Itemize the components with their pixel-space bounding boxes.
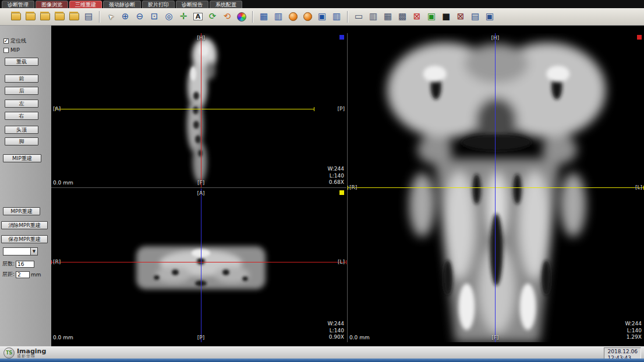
remove-screen-icon[interactable]: ⊠	[454, 10, 467, 23]
app-logo: TS	[3, 347, 15, 359]
sagittal-plane-line[interactable]	[201, 189, 201, 342]
slice-gap-unit: mm	[31, 272, 41, 278]
annotation-text-icon[interactable]: A	[192, 10, 204, 23]
orientation-label-left: [A]	[53, 106, 61, 112]
statusbar-accent-strip	[0, 359, 644, 362]
view-back-button[interactable]: 后	[5, 87, 38, 95]
brand-name: Imaging	[17, 348, 46, 354]
reload-button[interactable]: 重载	[5, 58, 38, 66]
view-foot-button[interactable]: 脚	[5, 137, 38, 145]
export-folder-icon[interactable]	[68, 10, 80, 23]
vr-sphere-icon[interactable]	[301, 10, 314, 23]
zoom-out-tool-icon[interactable]: ⊖	[133, 10, 146, 23]
position-readout: 0.0 mm	[53, 180, 73, 186]
color-wheel-icon[interactable]	[235, 10, 248, 23]
open-local-folder-icon[interactable]	[24, 10, 37, 23]
view-head-button[interactable]: 头顶	[5, 126, 38, 134]
grid-layout-icon[interactable]: ▥	[272, 10, 285, 23]
mip-sphere-icon[interactable]	[286, 10, 299, 23]
view-front-button[interactable]: 前	[5, 74, 38, 83]
view-left-button[interactable]: 左	[5, 100, 38, 108]
toolbar-separator	[99, 11, 100, 23]
axial-plane-line[interactable]	[55, 109, 314, 109]
pan-tool-icon[interactable]: ✛	[177, 10, 190, 23]
magnifier-tool-icon[interactable]: ◎	[162, 10, 175, 23]
localizer-checkbox[interactable]: ✓	[3, 38, 9, 44]
orientation-label-right: [P]	[338, 106, 345, 112]
toolbar-separator	[347, 11, 348, 23]
zoom-in-tool-icon[interactable]: ⊕	[119, 10, 132, 23]
pointer-tool-icon[interactable]: ➤	[104, 10, 117, 23]
localizer-checkbox-row[interactable]: ✓ 定位线	[3, 37, 26, 45]
tab-diagnosis-management[interactable]: 诊断管理	[2, 1, 34, 8]
blank-screen-icon[interactable]: ■	[440, 10, 452, 23]
window-level-readout: W:244 L:140 0.90X	[327, 321, 344, 340]
orientation-label-left: [R]	[349, 184, 357, 190]
tab-diagnosis-report[interactable]: 诊断报告	[176, 1, 208, 8]
view-right-button[interactable]: 右	[5, 112, 38, 120]
orientation-label-bottom: [F]	[197, 180, 204, 186]
orientation-label-top: [H]	[197, 35, 205, 41]
layout-2x2-icon[interactable]: ▦	[381, 10, 394, 23]
slice-gap-label: 层距:	[2, 271, 15, 278]
window-level-readout: W:244 L:140 1.29X	[625, 321, 642, 340]
viewport-color-marker	[636, 34, 642, 40]
mip-rebuild-button[interactable]: MIP重建	[3, 154, 41, 162]
tab-film-print[interactable]: 胶片打印	[142, 1, 175, 8]
clear-mpr-button[interactable]: 消除MPR重建	[1, 221, 48, 229]
slice-count-input[interactable]	[16, 261, 34, 268]
viewport-color-marker	[339, 34, 345, 40]
tab-carotid-diagnosis[interactable]: 颈动脉诊断	[103, 1, 141, 8]
viewport-sagittal[interactable]: [H] [A] [P] [F] W:244 L:140 0.68X 0.0 mm	[51, 33, 346, 188]
open-study-folder-icon[interactable]	[9, 10, 22, 23]
mpr-series-select[interactable]: ▼	[3, 247, 38, 255]
mri-axial-image	[51, 189, 346, 342]
save-image-folder-icon[interactable]	[38, 10, 51, 23]
slice-gap-input[interactable]	[16, 271, 30, 278]
tab-3d-reconstruction[interactable]: 三维重建	[69, 1, 102, 8]
tab-image-browse[interactable]: 图像浏览	[36, 1, 68, 8]
import-folder-icon[interactable]	[53, 10, 66, 23]
mip-checkbox-row[interactable]: MIP	[3, 47, 20, 53]
sagittal-plane-line[interactable]	[495, 33, 496, 342]
close-image-icon[interactable]: ⊠	[411, 10, 423, 23]
fullscreen-green-icon[interactable]: ▣	[425, 10, 438, 23]
monitor-icon[interactable]: ▣	[483, 10, 496, 23]
localizer-label: 定位线	[10, 37, 26, 45]
control-sidebar: ✓ 定位线 MIP 重载 前 后 左 右 头顶 脚 MIP重建 MPR重建 消除…	[0, 26, 51, 346]
brand-subtitle: 通影华维	[17, 354, 46, 359]
toolbar: ▤➤⊕⊖⊡◎✛A⟳⟲▦▥▣▥▭▥▦▩⊠▣■⊠▤▣	[0, 8, 644, 26]
axial-plane-line[interactable]	[348, 187, 644, 188]
mip-checkbox[interactable]	[3, 48, 9, 53]
tab-system-config[interactable]: 系统配置	[210, 1, 242, 8]
refresh-tool-icon[interactable]: ⟳	[206, 10, 219, 23]
film-strip-icon[interactable]: ▤	[469, 10, 482, 23]
layout-3x3-icon[interactable]: ▩	[396, 10, 409, 23]
viewport-axial[interactable]: [A] [R] [L] [P] W:244 L:140 0.90X 0.0 mm	[51, 189, 346, 342]
chevron-down-icon[interactable]: ▼	[30, 248, 37, 255]
rotate-tool-icon[interactable]: ⟲	[221, 10, 233, 23]
mri-sagittal-image	[51, 33, 346, 187]
coronal-plane-line[interactable]	[51, 262, 346, 262]
brand-block: TS Imaging 通影华维	[3, 347, 46, 359]
layout-1x1-icon[interactable]: ▭	[352, 10, 365, 23]
save-mpr-button[interactable]: 保存MPR重建	[1, 235, 48, 243]
zoom-region-tool-icon[interactable]: ⊡	[148, 10, 161, 23]
toolbar-separator	[252, 11, 253, 23]
mpr-rebuild-button[interactable]: MPR重建	[3, 207, 40, 215]
coronal-plane-line[interactable]	[201, 33, 201, 187]
orientation-label-bottom: [P]	[197, 335, 204, 340]
viewport-coronal[interactable]: [H] [R] [L] [F] W:244 L:140 1.29X 0.0 mm	[347, 33, 644, 342]
orientation-label-bottom: [F]	[491, 335, 498, 340]
orientation-label-right: [L]	[338, 259, 345, 265]
worklist-board-icon[interactable]: ▤	[82, 10, 95, 23]
menu-bar: 诊断管理 图像浏览 三维重建 颈动脉诊断 胶片打印 诊断报告 系统配置	[0, 0, 644, 8]
cine-view-icon[interactable]: ▣	[316, 10, 328, 23]
localizer-layout-icon[interactable]: ▦	[257, 10, 270, 23]
mpr-series-select-value	[3, 248, 30, 255]
dual-view-icon[interactable]: ▥	[330, 10, 343, 23]
position-readout: 0.0 mm	[349, 335, 370, 340]
layout-1x2-icon[interactable]: ▥	[367, 10, 380, 23]
status-bar: TS Imaging 通影华维 2018.12.06 12:43:43	[0, 346, 644, 362]
orientation-label-top: [A]	[197, 190, 204, 196]
